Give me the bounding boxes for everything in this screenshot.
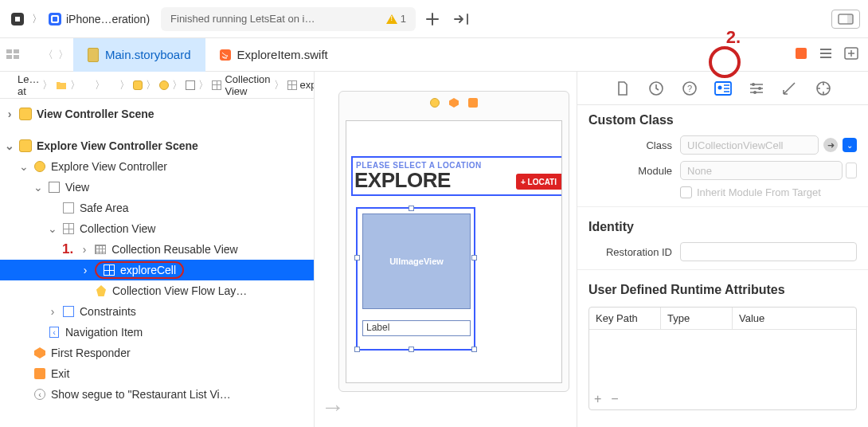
annotation-1-circle: exploreCell [95, 261, 184, 279]
jump-crumb[interactable]: Collection View [225, 73, 270, 97]
identity-inspector-tab[interactable] [714, 80, 732, 97]
udr-col-keypath[interactable]: Key Path [589, 308, 661, 329]
tree-row-segue[interactable]: ‹ Show segue to "Restaurant List Vi… [0, 384, 314, 405]
tree-label: exploreCell [120, 264, 176, 276]
tree-row-navitem[interactable]: ‹ Navigation Item [0, 322, 314, 343]
tree-row-view[interactable]: ⌄ View [0, 177, 314, 198]
help-inspector-tab[interactable]: ? [681, 80, 698, 97]
related-items-button[interactable] [795, 48, 807, 61]
add-editor-button[interactable] [844, 47, 858, 62]
size-inspector-tab[interactable] [781, 80, 799, 97]
tree-label: Show segue to "Restaurant List Vi… [51, 388, 231, 401]
activity-status[interactable]: Finished running LetsEat on i… 1 [161, 7, 416, 31]
disclosure-down-icon[interactable]: ⌄ [48, 222, 57, 235]
tree-row-constraints[interactable]: › Constraints [0, 301, 314, 322]
tab-exploreitem-swift[interactable]: ExploreItem.swift [205, 38, 342, 72]
scene-body[interactable]: PLEASE SELECT A LOCATION EXPLORE + LOCAT… [346, 120, 562, 383]
storyboard-canvas[interactable]: PLEASE SELECT A LOCATION EXPLORE + LOCAT… [315, 72, 577, 427]
library-toggle-button[interactable] [831, 10, 860, 29]
navigator-toggle[interactable] [0, 49, 38, 61]
attributes-inspector-tab[interactable] [748, 80, 765, 97]
svg-point-20 [758, 87, 761, 90]
tree-row-flowlayout[interactable]: Collection View Flow Lay… [0, 280, 314, 301]
jump-crumb[interactable]: Le…at [18, 73, 39, 97]
module-stepper[interactable] [846, 163, 857, 178]
resize-handle-icon[interactable] [409, 206, 414, 211]
udr-add-button[interactable]: + [594, 392, 601, 406]
inherit-checkbox[interactable] [680, 186, 692, 198]
resize-handle-icon[interactable] [471, 255, 477, 261]
tree-row-firstresponder[interactable]: First Responder [0, 343, 314, 363]
disclosure-right-icon[interactable]: › [5, 108, 14, 120]
module-combo[interactable]: None [680, 161, 843, 180]
field-class: Class UICollectionViewCell ➜ ⌄ [577, 132, 868, 158]
disclosure-down-icon[interactable]: ⌄ [5, 139, 14, 152]
history-forward-button[interactable]: 〉 [58, 48, 68, 62]
resize-handle-icon[interactable] [354, 347, 360, 352]
tab-main-storyboard[interactable]: Main.storyboard [73, 38, 205, 72]
tree-row-scene[interactable]: › View Controller Scene [0, 104, 314, 124]
tree-label: Safe Area [80, 202, 129, 214]
folder-icon [56, 80, 67, 91]
first-responder-icon[interactable] [449, 98, 459, 108]
controller-icon [159, 80, 169, 91]
scene-toolbar [339, 92, 569, 114]
tree-label: Constraints [80, 305, 136, 318]
user-defined-attributes-table[interactable]: Key Path Type Value + − [588, 307, 857, 410]
run-destination[interactable]: iPhone…eration) [47, 8, 150, 30]
udr-remove-button[interactable]: − [611, 392, 618, 406]
tree-row-exit[interactable]: Exit [0, 363, 314, 384]
warning-count: 1 [401, 13, 406, 25]
udr-col-type[interactable]: Type [661, 308, 733, 329]
connections-inspector-tab[interactable] [815, 80, 832, 97]
uiimageview-label: UIImageView [389, 257, 444, 266]
tree-row-scene[interactable]: ⌄ Explore View Controller Scene [0, 135, 314, 156]
location-button[interactable]: + LOCATI [516, 174, 561, 190]
cell-label[interactable]: Label [362, 320, 471, 336]
tree-row-safearea[interactable]: Safe Area [0, 198, 314, 218]
history-back-button[interactable]: 〈 [43, 48, 53, 62]
exit-icon[interactable] [468, 98, 478, 108]
tree-label: Exit [51, 367, 69, 380]
file-inspector-tab[interactable] [614, 80, 631, 97]
jump-bar[interactable]: Le…at〉 〉 〉 〉 〉 〉 〉 Collection View〉 expl… [0, 72, 314, 99]
storyboard-file-icon [5, 80, 14, 91]
disclosure-down-icon[interactable]: ⌄ [33, 181, 43, 194]
stop-button[interactable] [8, 10, 27, 29]
jump-crumb[interactable]: exploreCell [300, 79, 314, 91]
controller-icon[interactable] [430, 98, 440, 108]
disclosure-right-icon[interactable]: › [48, 305, 57, 318]
explore-cell[interactable]: UIImageView Label [356, 207, 475, 351]
uiimageview-placeholder[interactable]: UIImageView [362, 214, 471, 309]
tree-label: View Controller Scene [37, 108, 154, 120]
tree-row-collectionview[interactable]: ⌄ Collection View [0, 218, 314, 239]
tree-label: View [65, 181, 89, 194]
tree-row-controller[interactable]: ⌄ Explore View Controller [0, 156, 314, 177]
issue-count-button[interactable]: 1 [386, 13, 406, 25]
adjust-editor-button[interactable] [819, 47, 833, 62]
code-review-button[interactable] [449, 7, 473, 31]
tree-row-explorecell[interactable]: › exploreCell [0, 260, 314, 280]
header-reusable-view[interactable]: PLEASE SELECT A LOCATION EXPLORE + LOCAT… [351, 156, 561, 196]
udr-col-value[interactable]: Value [733, 308, 856, 329]
history-inspector-tab[interactable] [647, 80, 665, 97]
disclosure-down-icon[interactable]: ⌄ [19, 160, 29, 173]
class-dropdown-button[interactable]: ⌄ [843, 138, 857, 152]
resize-handle-icon[interactable] [354, 255, 360, 261]
scene-card[interactable]: PLEASE SELECT A LOCATION EXPLORE + LOCAT… [338, 91, 569, 392]
svg-rect-4 [53, 17, 57, 22]
disclosure-right-icon[interactable]: › [80, 264, 90, 276]
resize-handle-icon[interactable] [409, 347, 414, 352]
disclosure-right-icon[interactable]: › [80, 243, 89, 256]
class-value: UICollectionViewCell [687, 139, 783, 151]
class-combo[interactable]: UICollectionViewCell [680, 135, 819, 155]
add-tab-button[interactable] [420, 7, 444, 31]
tree-row-reusableview[interactable]: 1. › Collection Reusable View [0, 239, 314, 260]
tree-label: Collection View Flow Lay… [112, 284, 247, 297]
svg-rect-9 [6, 55, 12, 59]
jump-to-class-button[interactable]: ➜ [823, 138, 838, 152]
tab-label: ExploreItem.swift [237, 48, 328, 61]
resize-handle-icon[interactable] [471, 347, 477, 352]
svg-rect-12 [796, 48, 807, 59]
restoration-id-input[interactable] [680, 242, 857, 261]
